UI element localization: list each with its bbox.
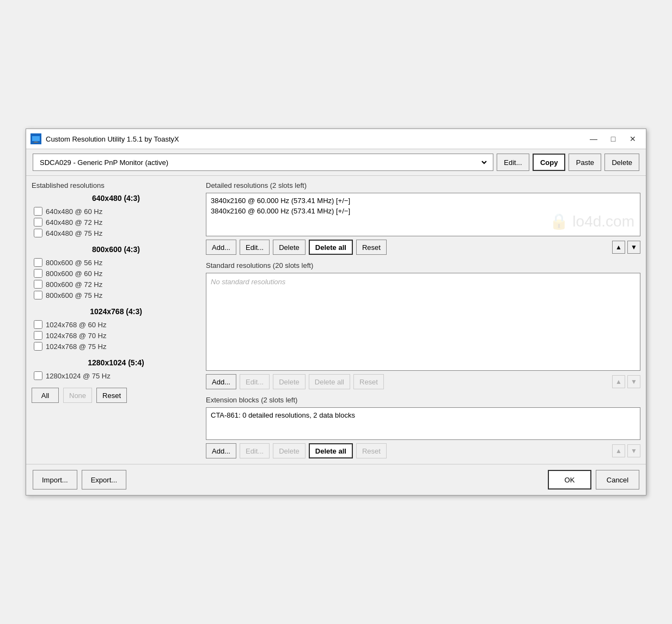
detailed-item-1[interactable]: 3840x2160 @ 60.000 Hz (573.41 MHz) [+/−] [209,206,638,216]
standard-add-button[interactable]: Add... [206,374,236,389]
paste-button[interactable]: Paste [569,154,601,171]
checkbox-1280x1024-75[interactable]: 1280x1024 @ 75 Hz [34,370,200,381]
checkbox-1024x768-70[interactable]: 1024x768 @ 70 Hz [34,330,200,341]
checkbox-1280x1024-75-label: 1280x1024 @ 75 Hz [46,372,111,380]
checkbox-1024x768-75-input[interactable] [34,342,42,351]
title-bar-controls: — □ ✕ [585,132,642,145]
edit-button[interactable]: Edit... [497,154,529,171]
svg-rect-3 [33,142,39,143]
title-bar-left: Custom Resolution Utility 1.5.1 by Toast… [30,133,179,144]
extension-arrow-buttons: ▲ ▼ [612,444,640,457]
checkbox-1280x1024-75-input[interactable] [34,371,42,380]
right-panel: Detailed resolutions (2 slots left) 3840… [206,181,640,458]
detailed-edit-button[interactable]: Edit... [240,240,270,255]
checkbox-1024x768-75-label: 1024x768 @ 75 Hz [46,342,107,351]
detailed-add-button[interactable]: Add... [206,240,236,255]
group-800x600-header: 800x600 (4:3) [32,245,200,254]
extension-reset-button[interactable]: Reset [356,443,387,458]
all-button[interactable]: All [32,388,59,403]
standard-delete-all-button[interactable]: Delete all [309,374,350,389]
bottom-left-buttons: Import... Export... [33,470,126,490]
extension-listbox[interactable]: CTA-861: 0 detailed resolutions, 2 data … [206,407,640,440]
detailed-listbox[interactable]: 3840x2160 @ 60.000 Hz (573.41 MHz) [+/−]… [206,193,640,236]
checkbox-640x480-60-input[interactable] [34,207,42,216]
delete-button[interactable]: Delete [604,154,639,171]
detailed-delete-button[interactable]: Delete [273,240,306,255]
checkbox-800x600-75-label: 800x600 @ 75 Hz [46,291,102,299]
checkbox-640x480-75[interactable]: 640x480 @ 75 Hz [34,228,200,238]
reset-left-button[interactable]: Reset [96,388,127,403]
standard-listbox[interactable]: No standard resolutions [206,273,640,371]
close-button[interactable]: ✕ [624,132,642,145]
left-panel: Established resolutions 640x480 (4:3) 64… [32,181,206,458]
monitor-dropdown[interactable]: SDCA029 - Generic PnP Monitor (active) [33,154,493,171]
standard-placeholder: No standard resolutions [209,276,638,288]
checkbox-800x600-75[interactable]: 800x600 @ 75 Hz [34,290,200,301]
monitor-select[interactable]: SDCA029 - Generic PnP Monitor (active) [38,158,488,167]
checkbox-800x600-56-label: 800x600 @ 56 Hz [46,259,102,267]
copy-button[interactable]: Copy [533,154,566,171]
extension-up-button[interactable]: ▲ [612,444,625,457]
group-1024x768: 1024x768 (4:3) 1024x768 @ 60 Hz 1024x768… [32,307,200,352]
standard-edit-button[interactable]: Edit... [240,374,270,389]
checkbox-800x600-75-input[interactable] [34,291,42,299]
checkbox-800x600-72[interactable]: 800x600 @ 72 Hz [34,279,200,290]
extension-buttons: Add... Edit... Delete Delete all Reset ▲… [206,443,640,458]
checkbox-640x480-75-label: 640x480 @ 75 Hz [46,229,102,237]
detailed-section: Detailed resolutions (2 slots left) 3840… [206,181,640,255]
ok-button[interactable]: OK [548,470,591,490]
import-button[interactable]: Import... [33,470,77,490]
detailed-up-button[interactable]: ▲ [612,241,625,254]
standard-arrow-buttons: ▲ ▼ [612,375,640,388]
checkbox-640x480-72-input[interactable] [34,218,42,227]
group-640x480: 640x480 (4:3) 640x480 @ 60 Hz 640x480 @ … [32,194,200,238]
minimize-button[interactable]: — [585,132,602,145]
maximize-button[interactable]: □ [604,132,622,145]
standard-delete-button[interactable]: Delete [273,374,306,389]
standard-section: Standard resolutions (20 slots left) No … [206,261,640,389]
checkbox-800x600-56[interactable]: 800x600 @ 56 Hz [34,257,200,268]
checkbox-800x600-60[interactable]: 800x600 @ 60 Hz [34,268,200,279]
checkbox-1024x768-70-input[interactable] [34,331,42,340]
extension-delete-all-button[interactable]: Delete all [309,443,353,458]
extension-delete-button[interactable]: Delete [273,443,306,458]
bottom-toolbar: Import... Export... OK Cancel [26,464,646,495]
app-title: Custom Resolution Utility 1.5.1 by Toast… [46,135,179,143]
checkbox-800x600-56-input[interactable] [34,258,42,267]
cancel-button[interactable]: Cancel [596,470,639,490]
detailed-arrow-buttons: ▲ ▼ [612,241,640,254]
detailed-delete-all-button[interactable]: Delete all [309,240,353,255]
checkbox-640x480-72[interactable]: 640x480 @ 72 Hz [34,217,200,228]
detailed-reset-button[interactable]: Reset [356,240,387,255]
standard-down-button[interactable]: ▼ [627,375,640,388]
checkbox-1024x768-60[interactable]: 1024x768 @ 60 Hz [34,319,200,330]
detailed-item-0[interactable]: 3840x2160 @ 60.000 Hz (573.41 MHz) [+/−] [209,195,638,206]
checkbox-800x600-72-label: 800x600 @ 72 Hz [46,280,102,289]
none-button[interactable]: None [63,388,92,403]
checkbox-1024x768-70-label: 1024x768 @ 70 Hz [46,332,107,340]
extension-section: Extension blocks (2 slots left) CTA-861:… [206,396,640,458]
checkbox-640x480-75-input[interactable] [34,229,42,237]
standard-up-button[interactable]: ▲ [612,375,625,388]
export-button[interactable]: Export... [82,470,126,490]
checkbox-640x480-60-label: 640x480 @ 60 Hz [46,207,102,216]
extension-down-button[interactable]: ▼ [627,444,640,457]
checkbox-1024x768-60-input[interactable] [34,320,42,329]
detailed-buttons: Add... Edit... Delete Delete all Reset ▲… [206,240,640,255]
detailed-title: Detailed resolutions (2 slots left) [206,181,640,189]
left-bottom-buttons: All None Reset [32,388,200,403]
checkbox-800x600-60-label: 800x600 @ 60 Hz [46,270,102,278]
detailed-down-button[interactable]: ▼ [627,241,640,254]
extension-edit-button[interactable]: Edit... [240,443,270,458]
main-content: Established resolutions 640x480 (4:3) 64… [26,176,646,464]
checkbox-800x600-60-input[interactable] [34,269,42,278]
checkbox-800x600-72-input[interactable] [34,280,42,289]
extension-item-0[interactable]: CTA-861: 0 detailed resolutions, 2 data … [209,410,638,420]
standard-reset-button[interactable]: Reset [353,374,384,389]
extension-title: Extension blocks (2 slots left) [206,396,640,404]
extension-add-button[interactable]: Add... [206,443,236,458]
title-bar: Custom Resolution Utility 1.5.1 by Toast… [26,129,646,149]
checkbox-640x480-60[interactable]: 640x480 @ 60 Hz [34,206,200,217]
group-800x600: 800x600 (4:3) 800x600 @ 56 Hz 800x600 @ … [32,245,200,301]
checkbox-1024x768-75[interactable]: 1024x768 @ 75 Hz [34,341,200,352]
